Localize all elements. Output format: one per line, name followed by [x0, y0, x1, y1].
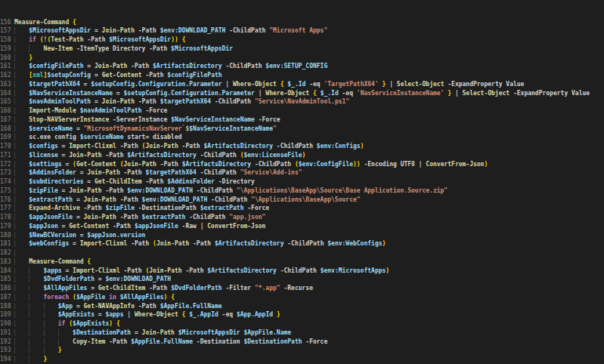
line-number[interactable]: 172	[0, 160, 10, 169]
code-line[interactable]: 185 $DvdFolderPath = $env:DOWNLOAD_PATH	[0, 275, 604, 284]
line-number[interactable]: 163	[0, 80, 10, 89]
code-line-content: $subdirectories = Get-ChildItem -Path $A…	[10, 177, 255, 187]
code-line[interactable]: 189 $AppExists = $apps | Where-Object { …	[0, 310, 604, 319]
code-line[interactable]: 167 Stop-NAVServerInstance -ServerInstan…	[0, 116, 604, 125]
indent-guide	[14, 81, 29, 88]
line-number[interactable]: 177	[0, 204, 10, 213]
code-line[interactable]: 161 $configFilePath = Join-Path -Path $A…	[0, 62, 604, 71]
code-line-content: Stop-NAVServerInstance -ServerInstance $…	[10, 116, 280, 125]
code-line[interactable]: 173 $AddinsFolder = Join-Path -Path $tar…	[0, 168, 604, 177]
line-number[interactable]: 156	[0, 18, 10, 27]
code-line[interactable]: 158 if (!(Test-Path -Path $MicrosoftApps…	[0, 35, 604, 45]
code-line[interactable]: 180 $NewBCVersion = $appJson.version	[0, 231, 604, 240]
line-number[interactable]: 176	[0, 196, 10, 205]
indent-guide	[14, 169, 29, 176]
line-number[interactable]: 162	[0, 71, 10, 80]
code-line[interactable]: 182	[0, 248, 604, 258]
line-number[interactable]: 191	[0, 329, 10, 338]
line-number[interactable]: 194	[0, 355, 10, 364]
code-line-content: [xml]$setupConfig = Get-Content -Path $c…	[10, 71, 222, 80]
code-line[interactable]: 175 $zipFile = Join-Path -Path $env:DOWN…	[0, 187, 604, 196]
line-number[interactable]: 159	[0, 45, 10, 54]
line-number[interactable]: 166	[0, 106, 10, 116]
code-line[interactable]: 181 $webConfigs = Import-Clixml -Path (J…	[0, 239, 604, 248]
code-line[interactable]: 156Measure-Command {	[0, 18, 604, 27]
line-number[interactable]: 173	[0, 168, 10, 177]
line-number[interactable]: 178	[0, 213, 10, 222]
line-number[interactable]: 171	[0, 151, 10, 160]
indent-guide	[44, 311, 58, 318]
code-line[interactable]: 166 Import-Module $navAdminToolPath -For…	[0, 106, 604, 116]
code-line-content: if ($AppExists) {	[10, 319, 120, 329]
code-line[interactable]: 171 $license = Join-Path -Path $Artifact…	[0, 151, 604, 160]
line-number[interactable]: 169	[0, 133, 10, 142]
line-number[interactable]: 167	[0, 116, 10, 125]
code-line[interactable]: 193 }	[0, 346, 604, 355]
indent-guide	[14, 98, 29, 105]
code-line[interactable]: 192 Copy-Item -Path $AppFile.FullName -D…	[0, 338, 604, 347]
line-number[interactable]: 183	[0, 258, 10, 267]
line-number[interactable]: 168	[0, 125, 10, 134]
line-number[interactable]: 184	[0, 267, 10, 276]
line-number[interactable]: 179	[0, 222, 10, 231]
line-number[interactable]: 185	[0, 275, 10, 284]
code-line[interactable]: 178 $appJsonFile = Join-Path -Path $extr…	[0, 213, 604, 222]
code-line[interactable]: 169 sc.exe config $serviceName start= di…	[0, 133, 604, 142]
code-line-content: }	[10, 346, 62, 355]
code-line[interactable]: 164 $NavServiceInstanceName = $setupConf…	[0, 89, 604, 98]
code-line[interactable]: 165 $navAdminToolPath = Join-Path -Path …	[0, 97, 604, 106]
indent-guide	[14, 36, 29, 43]
code-line[interactable]: 186 $AllAppFiles = Get-ChildItem -Path $…	[0, 284, 604, 293]
line-number[interactable]: 182	[0, 248, 10, 258]
code-editor[interactable]: 156Measure-Command {157 $MicrosoftAppsDi…	[0, 0, 604, 364]
indent-guide	[58, 338, 73, 345]
code-line-content: $settings = (Get-Content (Join-Path -Pat…	[10, 160, 488, 169]
code-line-content: $NewBCVersion = $appJson.version	[10, 231, 145, 240]
code-line[interactable]: 179 $appJson = Get-Content -Path $appJso…	[0, 222, 604, 231]
line-number[interactable]: 161	[0, 62, 10, 71]
line-number[interactable]: 190	[0, 319, 10, 329]
line-number[interactable]: 192	[0, 338, 10, 347]
line-number[interactable]: 180	[0, 231, 10, 240]
code-line[interactable]: 159 New-Item -ItemType Directory -Path $…	[0, 45, 604, 54]
code-line-content: }	[10, 54, 33, 63]
line-number[interactable]: 186	[0, 284, 10, 293]
indent-guide	[29, 338, 43, 345]
code-line[interactable]: 176 $extractPath = Join-Path -Path $env:…	[0, 196, 604, 205]
code-line[interactable]: 190 if ($AppExists) {	[0, 319, 604, 329]
code-line[interactable]: 157 $MicrosoftAppsDir = Join-Path -Path …	[0, 26, 604, 35]
line-number[interactable]: 175	[0, 187, 10, 196]
code-line[interactable]: 187 foreach ($AppFile in $AllAppFiles) {	[0, 293, 604, 302]
code-line[interactable]: 172 $settings = (Get-Content (Join-Path …	[0, 160, 604, 169]
line-number[interactable]: 157	[0, 26, 10, 35]
indent-guide	[14, 152, 29, 159]
line-number[interactable]: 193	[0, 346, 10, 355]
line-number[interactable]: 165	[0, 97, 10, 106]
code-line[interactable]: 184 $apps = Import-Clixml -Path (Join-Pa…	[0, 267, 604, 276]
line-number[interactable]: 181	[0, 239, 10, 248]
line-number[interactable]: 187	[0, 293, 10, 302]
code-line[interactable]: 183 Measure-Command {	[0, 258, 604, 267]
code-line[interactable]: 163 $targetPathX64 = $setupConfig.Config…	[0, 80, 604, 89]
code-line[interactable]: 162 [xml]$setupConfig = Get-Content -Pat…	[0, 71, 604, 80]
code-line-content: $configFilePath = Join-Path -Path $Artif…	[10, 62, 327, 71]
indent-guide	[29, 285, 43, 292]
line-number[interactable]: 160	[0, 54, 10, 63]
line-number[interactable]: 164	[0, 89, 10, 98]
line-number[interactable]: 188	[0, 302, 10, 311]
line-number[interactable]: 174	[0, 177, 10, 187]
code-line[interactable]: 191 $DestinationPath = Join-Path $Micros…	[0, 329, 604, 338]
line-number[interactable]: 189	[0, 310, 10, 319]
code-line[interactable]: 188 $App = Get-NAVAppInfo -Path $AppFile…	[0, 302, 604, 311]
indent-guide	[14, 187, 29, 194]
line-number[interactable]: 158	[0, 35, 10, 45]
code-line[interactable]: 160 }	[0, 54, 604, 63]
code-line[interactable]: 170 $configs = Import-Clixml -Path (Join…	[0, 142, 604, 151]
line-number[interactable]: 170	[0, 142, 10, 151]
code-line[interactable]: 168 $serviceName = "MicrosoftDynamicsNav…	[0, 125, 604, 134]
code-line[interactable]: 194 }	[0, 355, 604, 364]
code-line[interactable]: 177 Expand-Archive -Path $zipFile -Desti…	[0, 204, 604, 213]
code-line-content: $MicrosoftAppsDir = Join-Path -Path $env…	[10, 26, 327, 35]
indent-guide	[14, 54, 29, 61]
code-line[interactable]: 174 $subdirectories = Get-ChildItem -Pat…	[0, 177, 604, 187]
